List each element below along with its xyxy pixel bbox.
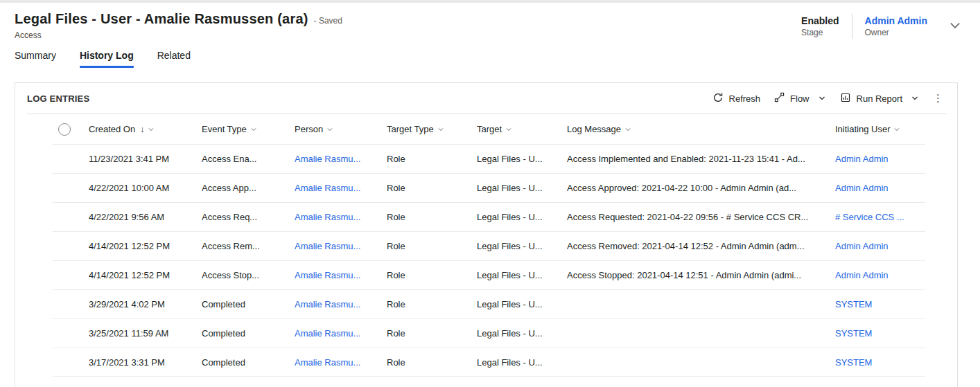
cell-event-type: Access Req... — [202, 212, 295, 222]
chevron-down-icon — [893, 126, 900, 133]
cell-event-type: Completed — [202, 299, 295, 309]
cell-initiating-user-link[interactable]: Admin Admin — [835, 241, 925, 251]
column-header-event-type[interactable]: Event Type — [202, 124, 295, 134]
grid-rows: 11/23/2021 3:41 PM Access Ena... Amalie … — [15, 144, 957, 377]
owner-label: Owner — [865, 28, 927, 37]
more-vertical-icon: ⋮ — [933, 92, 943, 105]
run-report-icon — [840, 92, 851, 105]
select-all-checkbox[interactable] — [58, 123, 71, 136]
cell-log-message: Access Implemented and Enabled: 2021-11-… — [567, 154, 835, 164]
cell-person-link[interactable]: Amalie Rasmu... — [295, 241, 387, 251]
cell-event-type: Access App... — [202, 183, 295, 193]
page-header: Legal Files - User - Amalie Rasmussen (a… — [0, 3, 980, 40]
header-field-divider — [852, 14, 852, 39]
table-row[interactable]: 4/14/2021 12:52 PM Access Stop... Amalie… — [53, 260, 925, 289]
tab-related[interactable]: Related — [157, 50, 191, 68]
tab-summary[interactable]: Summary — [15, 50, 56, 68]
refresh-button[interactable]: Refresh — [706, 87, 768, 110]
log-entries-header: LOG ENTRIES Refresh Flow — [15, 83, 957, 114]
cell-target-type: Role — [387, 328, 477, 339]
cell-target-type: Role — [387, 154, 477, 164]
cell-target: Legal Files - U... — [477, 299, 567, 309]
cell-event-type: Completed — [202, 328, 295, 339]
cell-initiating-user-link[interactable]: Admin Admin — [835, 270, 925, 280]
page-header-left: Legal Files - User - Amalie Rasmussen (a… — [15, 11, 342, 40]
chevron-down-icon — [148, 126, 155, 133]
form-tabs: Summary History Log Related — [0, 50, 980, 68]
cell-target-type: Role — [387, 357, 477, 368]
table-row[interactable]: 11/23/2021 3:41 PM Access Ena... Amalie … — [53, 144, 925, 173]
cell-created-on: 3/29/2021 4:02 PM — [89, 299, 202, 309]
column-header-person[interactable]: Person — [295, 124, 387, 134]
save-status: - Saved — [314, 16, 342, 26]
cell-person-link[interactable]: Amalie Rasmu... — [295, 183, 387, 193]
flow-label: Flow — [790, 93, 809, 104]
table-row[interactable]: 4/14/2021 12:52 PM Access Rem... Amalie … — [53, 231, 925, 260]
cell-target-type: Role — [387, 212, 477, 222]
entity-subtitle: Access — [15, 30, 342, 40]
cell-event-type: Access Stop... — [202, 270, 295, 280]
owner-link[interactable]: Admin Admin — [865, 15, 927, 26]
cell-target: Legal Files - U... — [477, 183, 567, 193]
cell-event-type: Access Rem... — [202, 241, 295, 251]
column-header-created-on[interactable]: Created On ↓ — [89, 124, 202, 134]
column-header-target-type[interactable]: Target Type — [387, 124, 477, 134]
cell-created-on: 11/23/2021 3:41 PM — [89, 154, 202, 164]
cell-log-message: Access Removed: 2021-04-14 12:52 - Admin… — [567, 241, 835, 251]
stage-value: Enabled — [801, 15, 839, 26]
cell-person-link[interactable]: Amalie Rasmu... — [295, 154, 387, 164]
table-row[interactable]: 4/22/2021 9:56 AM Access Req... Amalie R… — [53, 202, 925, 231]
chevron-down-icon — [326, 126, 333, 133]
stage-label: Stage — [801, 28, 839, 37]
refresh-icon — [712, 92, 724, 105]
cell-initiating-user-link[interactable]: Admin Admin — [835, 183, 925, 193]
tab-history-log[interactable]: History Log — [80, 50, 134, 68]
cell-person-link[interactable]: Amalie Rasmu... — [295, 212, 387, 222]
refresh-label: Refresh — [729, 93, 761, 104]
column-header-target[interactable]: Target — [477, 124, 567, 134]
cell-target: Legal Files - U... — [477, 357, 567, 368]
cell-target: Legal Files - U... — [477, 270, 567, 280]
table-row[interactable]: 3/29/2021 4:02 PM Completed Amalie Rasmu… — [53, 289, 925, 318]
run-report-label: Run Report — [857, 93, 902, 104]
cell-person-link[interactable]: Amalie Rasmu... — [295, 270, 387, 280]
column-header-initiating-user[interactable]: Initiating User — [835, 124, 925, 134]
chevron-down-icon — [948, 18, 962, 35]
cell-created-on: 4/22/2021 10:00 AM — [89, 183, 202, 193]
cell-initiating-user-link[interactable]: SYSTEM — [835, 299, 925, 309]
chevron-down-icon — [250, 126, 257, 133]
cell-initiating-user-link[interactable]: SYSTEM — [835, 357, 925, 368]
flow-icon — [774, 92, 785, 105]
cell-initiating-user-link[interactable]: Admin Admin — [835, 154, 925, 164]
cell-created-on: 4/14/2021 12:52 PM — [89, 241, 202, 251]
column-header-log-message[interactable]: Log Message — [567, 124, 835, 134]
flow-button[interactable]: Flow — [767, 87, 832, 110]
more-commands-button[interactable]: ⋮ — [926, 87, 950, 110]
header-expand-button[interactable] — [948, 18, 962, 35]
cell-person-link[interactable]: Amalie Rasmu... — [295, 357, 387, 368]
table-row[interactable]: 4/22/2021 10:00 AM Access App... Amalie … — [53, 173, 925, 202]
cell-initiating-user-link[interactable]: SYSTEM — [835, 328, 925, 339]
cell-created-on: 4/22/2021 9:56 AM — [89, 212, 202, 222]
cell-initiating-user-link[interactable]: # Service CCS ... — [835, 212, 925, 222]
owner-field: Admin Admin Owner — [865, 15, 927, 37]
header-summary-fields: Enabled Stage Admin Admin Owner — [801, 11, 962, 39]
chevron-down-icon — [818, 94, 826, 102]
cell-target-type: Role — [387, 183, 477, 193]
chevron-down-icon — [624, 126, 631, 133]
cell-target-type: Role — [387, 270, 477, 280]
sort-descending-icon: ↓ — [140, 125, 144, 134]
log-entries-panel: LOG ENTRIES Refresh Flow — [15, 82, 958, 387]
cell-created-on: 3/25/2021 11:59 AM — [89, 328, 202, 339]
cell-target: Legal Files - U... — [477, 241, 567, 251]
cell-person-link[interactable]: Amalie Rasmu... — [295, 328, 387, 339]
cell-event-type: Access Ena... — [202, 154, 295, 164]
cell-person-link[interactable]: Amalie Rasmu... — [295, 299, 387, 309]
chevron-down-icon — [911, 94, 919, 102]
run-report-button[interactable]: Run Report — [833, 87, 926, 110]
table-row[interactable]: 3/17/2021 3:31 PM Completed Amalie Rasmu… — [53, 348, 925, 377]
table-row[interactable]: 3/25/2021 11:59 AM Completed Amalie Rasm… — [53, 318, 925, 348]
cell-log-message: Access Approved: 2021-04-22 10:00 - Admi… — [567, 183, 835, 193]
grid-toolbar: Refresh Flow Run Report — [706, 87, 950, 110]
chevron-down-icon — [505, 126, 512, 133]
